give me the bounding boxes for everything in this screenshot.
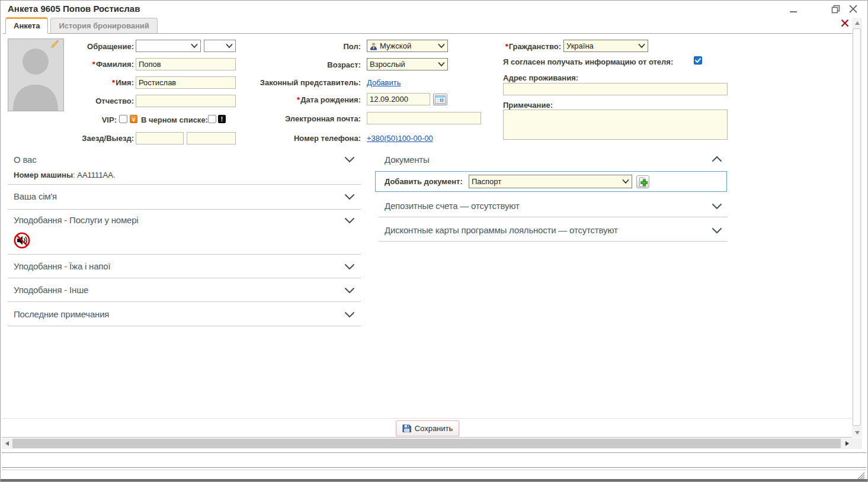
checkout-input[interactable] <box>187 132 236 144</box>
triangle-up-icon <box>855 21 860 25</box>
pencil-icon <box>49 40 59 50</box>
section-room-services-toggle[interactable] <box>344 216 356 225</box>
section-deposits-toggle[interactable] <box>712 201 723 211</box>
section-food-header[interactable]: Уподобання - Їжа і напої <box>14 261 110 271</box>
minimize-icon <box>790 5 797 13</box>
section-divider <box>379 217 728 217</box>
phone-label: Номер телефона: <box>249 134 361 143</box>
section-divider <box>8 209 361 210</box>
section-deposits-header[interactable]: Депозитные счета — отсутствуют <box>385 201 520 211</box>
chevron-down-icon <box>712 203 722 210</box>
status-bar-line <box>2 470 866 470</box>
consent-label: Я согласен получать информацию от отеля: <box>503 57 673 66</box>
window-bottom-edge <box>1 479 868 482</box>
edit-photo-button[interactable] <box>49 40 59 50</box>
calendar-button[interactable] <box>433 94 447 105</box>
legal-rep-add-link[interactable]: Добавить <box>367 78 401 87</box>
horizontal-scrollbar[interactable] <box>2 438 852 449</box>
section-last-notes-toggle[interactable] <box>344 310 356 319</box>
consent-checkbox[interactable] <box>694 56 702 65</box>
chevron-down-icon <box>344 311 355 318</box>
male-person-icon <box>370 42 377 50</box>
save-floppy-icon <box>402 424 411 433</box>
section-divider <box>8 326 361 326</box>
section-loyalty-header[interactable]: Дисконтные карты программы лояльности — … <box>385 225 618 235</box>
resize-grip[interactable] <box>857 471 866 478</box>
chevron-down-icon <box>622 179 629 184</box>
person-silhouette-icon <box>8 39 63 111</box>
section-about-header[interactable]: О вас <box>14 155 36 165</box>
email-input[interactable] <box>367 112 481 124</box>
citizenship-select[interactable]: Україна <box>563 40 648 52</box>
blacklist-label: В черном списке: <box>141 115 208 124</box>
salutation-select[interactable] <box>136 40 201 52</box>
stay-label: Заезд/Выезд: <box>60 134 134 143</box>
section-family-header[interactable]: Ваша сім'я <box>14 191 57 201</box>
blacklist-badge-icon: ! <box>218 115 226 123</box>
required-marker: * <box>297 95 300 104</box>
birthdate-input[interactable] <box>367 93 430 105</box>
red-close-icon <box>841 19 849 27</box>
document-type-select[interactable]: Паспорт <box>469 175 632 188</box>
chevron-down-icon <box>638 43 645 49</box>
phone-link[interactable]: +380(50)100-00-00 <box>367 134 433 143</box>
car-number-value: : AA1111AA. <box>73 171 116 179</box>
horizontal-scrollbar-thumb[interactable] <box>12 439 841 448</box>
vertical-scrollbar-thumb[interactable] <box>853 28 861 426</box>
age-label: Возраст: <box>249 60 361 69</box>
minimize-button[interactable] <box>787 4 799 14</box>
tab-booking-history[interactable]: История бронирований <box>50 18 157 34</box>
section-family-toggle[interactable] <box>344 192 356 201</box>
vertical-scrollbar[interactable] <box>852 18 862 438</box>
triangle-left-icon <box>5 441 9 446</box>
restore-button[interactable] <box>829 4 841 14</box>
section-food-toggle[interactable] <box>344 262 356 271</box>
panel-close-button[interactable] <box>841 19 850 28</box>
chevron-down-icon <box>344 156 355 163</box>
chevron-up-icon <box>712 156 722 163</box>
blacklist-checkbox[interactable] <box>208 115 216 123</box>
section-loyalty-toggle[interactable] <box>712 226 723 235</box>
close-button[interactable] <box>847 4 859 14</box>
section-other-header[interactable]: Уподобання - Інше <box>14 285 88 295</box>
section-last-notes-header[interactable]: Последние примечания <box>14 309 109 319</box>
scrollbar-corner <box>852 438 862 449</box>
salutation-suffix-select[interactable] <box>204 40 236 52</box>
section-about-toggle[interactable] <box>344 155 356 164</box>
tab-anketa[interactable]: Анкета <box>5 17 48 34</box>
note-textarea[interactable] <box>503 110 728 140</box>
section-documents-header[interactable]: Документы <box>385 155 430 165</box>
chevron-down-icon <box>344 263 355 270</box>
scroll-up-button[interactable] <box>852 18 862 28</box>
tab-bar: Анкета История бронирований <box>3 18 852 34</box>
lastname-input[interactable] <box>136 58 236 70</box>
button-row-separator <box>2 418 852 419</box>
guest-profile-window: Анкета 9605 Попов Ростислав Анкета Истор… <box>0 0 868 482</box>
section-divider <box>379 241 728 242</box>
section-room-services-header[interactable]: Уподобання - Послуги у номері <box>14 215 138 225</box>
checkmark-icon <box>695 58 701 63</box>
section-documents-toggle[interactable] <box>712 155 723 164</box>
scroll-left-button[interactable] <box>2 438 12 449</box>
save-button[interactable]: Сохранить <box>396 420 459 436</box>
address-input[interactable] <box>503 83 728 95</box>
resize-grip-icon <box>857 472 865 479</box>
vip-checkbox[interactable] <box>119 115 127 123</box>
close-icon <box>849 5 857 13</box>
status-bar <box>2 452 866 468</box>
scroll-right-button[interactable] <box>842 438 852 449</box>
add-document-button[interactable] <box>636 175 649 188</box>
checkin-input[interactable] <box>136 132 184 144</box>
gender-label: Пол: <box>249 42 361 51</box>
section-other-toggle[interactable] <box>344 285 356 295</box>
section-divider <box>8 184 361 185</box>
save-button-label: Сохранить <box>415 424 453 433</box>
age-select[interactable]: Взрослый <box>367 58 448 70</box>
scroll-down-button[interactable] <box>852 428 862 438</box>
firstname-input[interactable] <box>136 76 236 89</box>
chevron-down-icon <box>712 227 722 234</box>
add-document-label: Добавить документ: <box>385 177 463 186</box>
chevron-down-icon <box>344 193 355 200</box>
gender-select[interactable]: Мужской <box>367 40 448 52</box>
middlename-input[interactable] <box>136 95 236 107</box>
